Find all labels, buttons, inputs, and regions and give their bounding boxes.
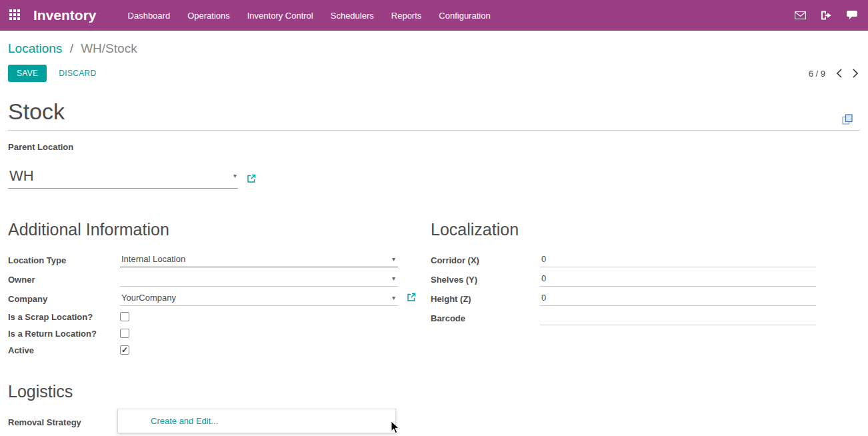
envelope-icon[interactable]	[795, 11, 806, 19]
company-field[interactable]: YourCompany ▾	[120, 292, 398, 306]
main-menu: Dashboard Operations Inventory Control S…	[119, 0, 499, 31]
form-columns: Additional Information Location Type Int…	[8, 220, 860, 359]
save-button[interactable]: SAVE	[8, 65, 47, 82]
discard-button[interactable]: DISCARD	[59, 69, 96, 78]
chevron-down-icon[interactable]: ▾	[233, 173, 237, 179]
breadcrumb: Locations / WH/Stock	[0, 31, 868, 56]
height-value: 0	[541, 293, 546, 303]
chevron-down-icon[interactable]: ▾	[392, 256, 395, 263]
navbar-right-icons	[795, 11, 859, 21]
create-and-edit-option[interactable]: Create and Edit...	[118, 416, 218, 426]
corridor-label: Corridor (X)	[431, 255, 540, 265]
breadcrumb-separator: /	[70, 41, 73, 55]
logistics-rows: Removal Strategy ▾ Create and Edit... Pu…	[8, 413, 431, 436]
owner-row: Owner ▾	[8, 270, 431, 289]
breadcrumb-current: WH/Stock	[81, 41, 137, 55]
location-type-value: Internal Location	[121, 254, 185, 264]
company-label: Company	[8, 294, 120, 304]
barcode-row: Barcode	[431, 309, 816, 328]
external-link-icon[interactable]	[407, 293, 416, 305]
shelves-input[interactable]: 0	[540, 273, 816, 287]
record-pager: 6 / 9	[809, 69, 859, 79]
parent-location-row: WH ▾	[8, 167, 860, 189]
localization-section: Localization Corridor (X) 0 Shelves (Y) …	[431, 220, 860, 359]
height-input[interactable]: 0	[540, 292, 816, 306]
shelves-value: 0	[541, 273, 546, 283]
top-navbar: Inventory Dashboard Operations Inventory…	[0, 0, 868, 31]
active-label: Active	[8, 345, 120, 355]
sign-out-icon[interactable]	[821, 11, 832, 20]
menu-item-schedulers[interactable]: Schedulers	[322, 0, 383, 31]
company-row: Company YourCompany ▾	[8, 289, 431, 309]
barcode-label: Barcode	[431, 313, 540, 323]
additional-information-heading: Additional Information	[8, 220, 431, 239]
checkmark-icon: ✓	[121, 346, 128, 354]
removal-strategy-label: Removal Strategy	[8, 417, 120, 427]
location-type-row: Location Type Internal Location ▾	[8, 251, 431, 270]
corridor-value: 0	[541, 254, 546, 264]
corridor-row: Corridor (X) 0	[431, 251, 816, 270]
parent-location-value: WH	[9, 167, 34, 185]
control-panel: SAVE DISCARD 6 / 9	[0, 56, 868, 82]
logistics-heading: Logistics	[8, 382, 860, 401]
record-title-row: Stock	[8, 100, 860, 131]
breadcrumb-link-locations[interactable]: Locations	[8, 41, 62, 55]
shelves-row: Shelves (Y) 0	[431, 270, 816, 289]
is-return-location-label: Is a Return Location?	[8, 329, 120, 339]
logistics-section: Logistics Removal Strategy ▾ Create and …	[8, 382, 860, 436]
chevron-down-icon[interactable]: ▾	[392, 295, 395, 301]
record-name-field[interactable]: Stock	[8, 100, 860, 124]
chevron-down-icon[interactable]: ▾	[392, 275, 395, 282]
location-type-select[interactable]: Internal Location ▾	[120, 253, 398, 267]
owner-field[interactable]: ▾	[120, 273, 398, 287]
parent-location-label: Parent Location	[8, 142, 860, 152]
barcode-input[interactable]	[540, 311, 816, 325]
external-link-icon[interactable]	[247, 174, 256, 186]
menu-item-operations[interactable]: Operations	[179, 0, 239, 31]
owner-label: Owner	[8, 275, 120, 285]
pager-previous-icon[interactable]	[836, 69, 842, 78]
comments-icon[interactable]	[847, 11, 859, 21]
active-checkbox[interactable]: ✓	[120, 345, 129, 355]
localization-heading: Localization	[431, 220, 816, 239]
company-value: YourCompany	[121, 293, 176, 303]
is-scrap-location-row: Is a Scrap Location?	[8, 309, 431, 325]
location-type-label: Location Type	[8, 255, 120, 265]
additional-information-section: Additional Information Location Type Int…	[8, 220, 431, 359]
is-scrap-location-label: Is a Scrap Location?	[8, 312, 120, 322]
menu-item-reports[interactable]: Reports	[383, 0, 431, 31]
menu-item-configuration[interactable]: Configuration	[430, 0, 499, 31]
form-sheet: Stock Parent Location WH ▾ Additional In…	[0, 82, 868, 436]
menu-item-inventory-control[interactable]: Inventory Control	[239, 0, 322, 31]
copy-pages-icon[interactable]	[842, 114, 853, 127]
many2one-dropdown: Create and Edit...	[117, 409, 396, 433]
corridor-input[interactable]: 0	[540, 253, 816, 267]
app-title[interactable]: Inventory	[33, 7, 97, 23]
parent-location-field[interactable]: WH ▾	[8, 167, 238, 189]
height-label: Height (Z)	[431, 294, 540, 304]
pager-next-icon[interactable]	[853, 69, 859, 78]
shelves-label: Shelves (Y)	[431, 275, 540, 285]
is-scrap-location-checkbox[interactable]	[120, 312, 129, 321]
is-return-location-row: Is a Return Location?	[8, 325, 431, 342]
is-return-location-checkbox[interactable]	[120, 329, 129, 338]
pager-count: 6 / 9	[809, 69, 825, 79]
height-row: Height (Z) 0	[431, 289, 816, 309]
menu-item-dashboard[interactable]: Dashboard	[119, 0, 179, 31]
active-row: Active ✓	[8, 342, 431, 359]
apps-grid-icon[interactable]	[9, 9, 21, 21]
